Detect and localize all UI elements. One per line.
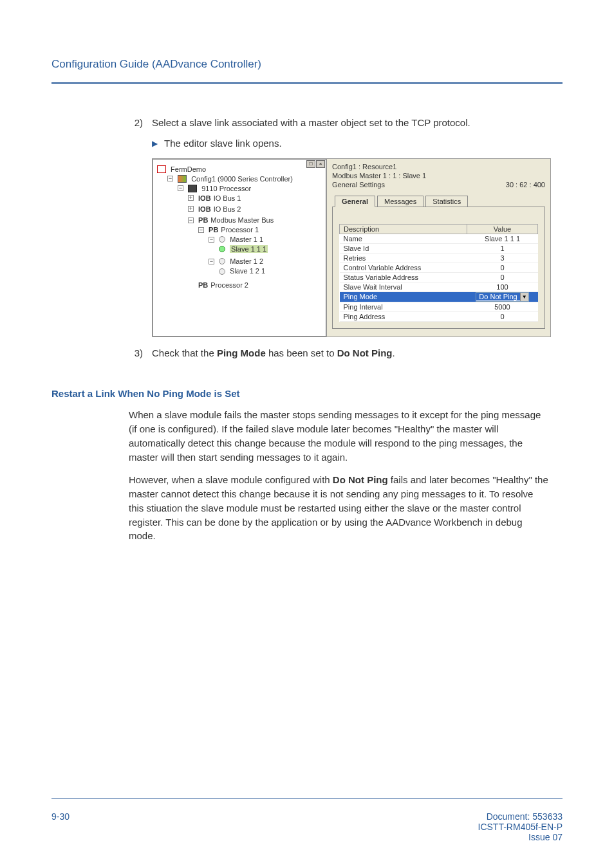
cell-desc: Ping Interval — [340, 302, 467, 311]
tree-pane: □ × FermDemo − Config1 (9000 Ser — [153, 159, 326, 337]
header-title: Configuration Guide (AADvance Controller… — [51, 58, 261, 70]
cell-desc: Slave Id — [340, 243, 467, 253]
cell-desc: Status Variable Address — [340, 272, 467, 282]
table-row-ping-mode[interactable]: Ping Mode Do Not Ping ▼ — [340, 291, 538, 302]
cell-desc: Name — [340, 234, 467, 243]
node-icon — [219, 268, 225, 275]
expander-icon[interactable]: − — [209, 259, 214, 264]
editor-path-2: Modbus Master 1 : 1 : Slave 1 — [332, 172, 545, 180]
table-row[interactable]: NameSlave 1 1 1 — [340, 234, 538, 243]
pb-tag: PB — [209, 226, 218, 234]
iob1-label: IO Bus 1 — [214, 194, 241, 202]
tree-proc-label: 9110 Processor — [201, 185, 251, 192]
cell-val: 0 — [467, 311, 538, 321]
table-row[interactable]: Ping Interval5000 — [340, 302, 538, 311]
proc2-label: Processor 2 — [210, 281, 248, 289]
tree-root[interactable]: FermDemo − Config1 (9000 Series Controll… — [157, 163, 324, 295]
editor-settings-label: General Settings — [332, 181, 385, 189]
cell-desc: Control Variable Address — [340, 263, 467, 272]
tree-iob1[interactable]: + IOBIO Bus 1 — [188, 192, 324, 203]
expander-icon[interactable]: − — [209, 237, 214, 243]
cell-val: 0 — [467, 263, 538, 272]
master12-label: Master 1 2 — [230, 257, 263, 265]
iob-tag: IOB — [198, 194, 211, 202]
tabs: General Messages Statistics — [332, 195, 545, 207]
editor-pane: Config1 : Resource1 Modbus Master 1 : 1 … — [326, 159, 550, 337]
col-value: Value — [467, 224, 538, 234]
footer-document: Document: 553633 — [478, 811, 563, 822]
expander-icon[interactable]: − — [188, 217, 194, 223]
cell-val: 3 — [467, 253, 538, 263]
step-3-number: 3) — [129, 346, 143, 360]
table-row[interactable]: Slave Wait Interval100 — [340, 282, 538, 291]
tab-messages[interactable]: Messages — [377, 196, 423, 207]
node-icon — [219, 246, 225, 252]
editor-screenshot: □ × FermDemo − Config1 (9000 Ser — [152, 158, 551, 337]
project-icon — [157, 165, 166, 173]
tree-root-label: FermDemo — [171, 165, 206, 173]
modbus-label: Modbus Master Bus — [210, 216, 274, 224]
pb-tag: PB — [198, 216, 208, 224]
tab-general[interactable]: General — [335, 196, 375, 207]
expander-icon[interactable]: − — [178, 185, 183, 191]
cell-val: 1 — [467, 243, 538, 253]
tree-processor[interactable]: − 9110 Processor + IOBIO Bus 1 — [178, 183, 324, 293]
table-row[interactable]: Ping Address0 — [340, 311, 538, 321]
cell-val: Do Not Ping ▼ — [467, 291, 538, 302]
general-table: Description Value NameSlave 1 1 1 Slave … — [339, 224, 538, 322]
expander-icon[interactable]: − — [167, 176, 173, 181]
tree-processor-1[interactable]: − PBProcessor 1 − — [198, 224, 324, 279]
table-row[interactable]: Slave Id1 — [340, 243, 538, 253]
tree-config-label: Config1 (9000 Series Controller) — [191, 175, 293, 183]
node-icon — [219, 258, 225, 264]
tree-slave-121[interactable]: Slave 1 2 1 — [219, 265, 324, 276]
tree-master-11[interactable]: − Master 1 1 — [209, 234, 324, 255]
proc1-label: Processor 1 — [221, 226, 259, 234]
table-row[interactable]: Control Variable Address0 — [340, 263, 538, 272]
cell-val: 100 — [467, 282, 538, 291]
master11-label: Master 1 1 — [230, 235, 263, 243]
expander-icon[interactable]: + — [188, 206, 194, 212]
step-2-number: 2) — [129, 116, 143, 130]
section-heading: Restart a Link When No Ping Mode is Set — [51, 388, 563, 399]
tree-iob2[interactable]: + IOBIO Bus 2 — [188, 203, 324, 214]
footer-issue: Issue 07 — [478, 832, 563, 842]
section-paragraph-2: However, when a slave module configured … — [129, 473, 550, 543]
tree-master-12[interactable]: − Master 1 2 — [209, 255, 324, 277]
ping-mode-dropdown[interactable]: Do Not Ping ▼ — [476, 292, 528, 302]
step-3: 3) Check that the Ping Mode has been set… — [129, 346, 550, 360]
editor-time: 30 : 62 : 400 — [506, 181, 545, 189]
section-paragraph-1: When a slave module fails the master sto… — [129, 408, 550, 464]
processor-icon — [188, 185, 197, 192]
tree-modbus-master-bus[interactable]: − PBModbus Master Bus − PBProcessor 1 — [188, 214, 324, 291]
node-icon — [219, 236, 225, 243]
tree-slave-111[interactable]: Slave 1 1 1 — [219, 243, 324, 254]
ping-mode-value: Do Not Ping — [476, 293, 519, 300]
cell-desc: Retries — [340, 253, 467, 263]
page-header: Configuration Guide (AADvance Controller… — [51, 58, 563, 84]
step-2-text: Select a slave link associated with a ma… — [152, 116, 550, 130]
expander-icon[interactable]: + — [188, 195, 194, 201]
table-row[interactable]: Status Variable Address0 — [340, 272, 538, 282]
tab-statistics[interactable]: Statistics — [425, 196, 468, 207]
step-2: 2) Select a slave link associated with a… — [129, 116, 550, 130]
cell-val: 5000 — [467, 302, 538, 311]
cell-val: Slave 1 1 1 — [467, 234, 538, 243]
step-3-text: Check that the Ping Mode has been set to… — [152, 346, 550, 360]
table-row[interactable]: Retries3 — [340, 253, 538, 263]
slave121-label: Slave 1 2 1 — [230, 268, 265, 275]
footer-code: ICSTT-RM405f-EN-P — [478, 822, 563, 832]
cell-desc: Ping Address — [340, 311, 467, 321]
chevron-down-icon[interactable]: ▼ — [520, 293, 528, 301]
step-2-bullet: ▶ The editor slave link opens. — [152, 136, 563, 151]
tree-processor-2[interactable]: PBProcessor 2 — [198, 279, 324, 290]
iob-tag: IOB — [198, 205, 211, 213]
page-footer: 9-30 Document: 553633 ICSTT-RM405f-EN-P … — [51, 798, 563, 842]
tree-config[interactable]: − Config1 (9000 Series Controller) − 911… — [167, 173, 324, 294]
editor-path-1: Config1 : Resource1 — [332, 163, 545, 171]
cell-desc: Slave Wait Interval — [340, 282, 467, 291]
expander-icon[interactable]: − — [198, 227, 204, 233]
iob2-label: IO Bus 2 — [214, 205, 241, 213]
cell-val: 0 — [467, 272, 538, 282]
footer-page-number: 9-30 — [51, 811, 70, 842]
